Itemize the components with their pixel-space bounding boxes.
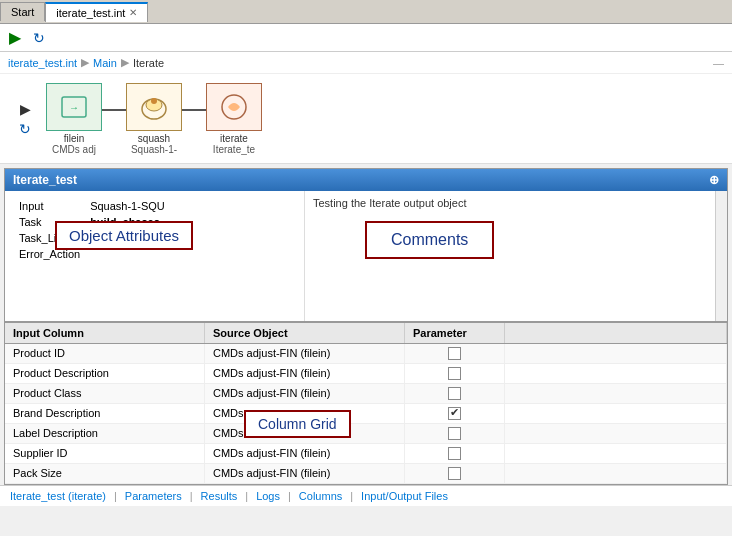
grid-cell-extra-2 [505,384,727,403]
bottom-tab-logs[interactable]: Logs [254,489,282,503]
bottom-tab-parameters[interactable]: Parameters [123,489,184,503]
filein-icon: → [58,91,90,123]
play-icon: ▶ [9,28,21,47]
grid-cell-source-6: CMDs adjust-FIN (filein) [205,464,405,483]
tab-start-label: Start [11,6,34,18]
flow-node-squash[interactable]: squash Squash-1- [126,83,182,155]
breadcrumb-root[interactable]: iterate_test.int [8,57,77,69]
breadcrumb-sep-2: ▶ [121,56,129,69]
grid-header-param: Parameter [405,323,505,343]
grid-cell-input-6: Pack Size [5,464,205,483]
flow-node-squash-box[interactable] [126,83,182,131]
grid-cell-extra-5 [505,444,727,463]
grid-cell-source-5: CMDs adjust-FIN (filein) [205,444,405,463]
flow-node-squash-title: squash Squash-1- [131,133,177,155]
side-icon-top[interactable]: ▶ [16,100,34,118]
checkbox-3[interactable] [448,407,461,420]
bottom-tab-iterate[interactable]: Iterate_test (iterate) [8,489,108,503]
grid-cell-input-0: Product ID [5,344,205,363]
tab-bar: Start iterate_test.int ✕ [0,0,732,24]
svg-text:→: → [69,102,79,113]
tab-close-icon[interactable]: ✕ [129,7,137,18]
grid-cell-param-4 [405,424,505,443]
panel-header: Iterate_test ⊕ [5,169,727,191]
table-row: Supplier ID CMDs adjust-FIN (filein) [5,444,727,464]
panel: Iterate_test ⊕ InputSquash-1-SQU Taskbui… [4,168,728,322]
grid-cell-extra-0 [505,344,727,363]
checkbox-4[interactable] [448,427,461,440]
flow-node-iterate-title: iterate Iterate_te [213,133,255,155]
breadcrumb-sep-1: ▶ [81,56,89,69]
flow-node-filein[interactable]: → filein CMDs adj [46,83,102,155]
grid-cell-extra-6 [505,464,727,483]
iterate-icon [218,91,250,123]
flow-node-iterate[interactable]: iterate Iterate_te [206,83,262,155]
grid-container: Input Column Source Object Parameter Pro… [4,322,728,485]
squash-icon [138,91,170,123]
panel-description: Testing the Iterate output object [313,197,719,209]
side-icon-bottom[interactable]: ↻ [16,120,34,138]
refresh-icon: ↻ [33,30,45,46]
breadcrumb-dash: — [713,57,724,69]
grid-cell-source-0: CMDs adjust-FIN (filein) [205,344,405,363]
checkbox-6[interactable] [448,467,461,480]
side-icons: ▶ ↻ [16,100,34,138]
tab-iterate-test-label: iterate_test.int [56,7,125,19]
flow-node-iterate-box[interactable] [206,83,262,131]
play-button[interactable]: ▶ [4,27,26,49]
bottom-tab-columns[interactable]: Columns [297,489,344,503]
grid-cell-extra-1 [505,364,727,383]
field-value-input: Squash-1-SQU [86,199,169,213]
panel-scrollbar[interactable] [715,191,727,321]
column-grid-label: Column Grid [258,416,337,432]
breadcrumb: iterate_test.int ▶ Main ▶ Iterate — [0,52,732,74]
svg-point-4 [151,98,157,104]
refresh-button[interactable]: ↻ [28,27,50,49]
column-grid-box: Column Grid [244,410,351,438]
breadcrumb-main[interactable]: Main [93,57,117,69]
checkbox-1[interactable] [448,367,461,380]
flow-arrow-2 [182,109,206,111]
grid-cell-extra-4 [505,424,727,443]
panel-title: Iterate_test [13,173,77,187]
checkbox-5[interactable] [448,447,461,460]
grid-cell-param-2 [405,384,505,403]
panel-right: Testing the Iterate output object Commen… [305,191,727,321]
flow-arrow-1 [102,109,126,111]
grid-cell-input-2: Product Class [5,384,205,403]
flow-nodes: → filein CMDs adj [46,83,262,155]
tab-start[interactable]: Start [0,2,45,21]
grid-wrapper: Input Column Source Object Parameter Pro… [4,322,728,485]
table-row: Label Description CMDs [5,424,727,444]
grid-header-input-col: Input Column [5,323,205,343]
grid-cell-extra-3 [505,404,727,423]
grid-cell-param-3 [405,404,505,423]
table-row: Pack Size CMDs adjust-FIN (filein) [5,464,727,484]
table-row: Product Class CMDs adjust-FIN (filein) [5,384,727,404]
panel-area: Iterate_test ⊕ InputSquash-1-SQU Taskbui… [4,168,728,322]
flow-area: ▶ ↻ → filein CMDs adj [0,74,732,164]
table-row: Product ID CMDs adjust-FIN (filein) [5,344,727,364]
checkbox-0[interactable] [448,347,461,360]
bottom-tab-results[interactable]: Results [199,489,240,503]
checkbox-2[interactable] [448,387,461,400]
grid-cell-input-5: Supplier ID [5,444,205,463]
grid-cell-param-0 [405,344,505,363]
tab-iterate-test[interactable]: iterate_test.int ✕ [45,2,148,22]
grid-cell-param-1 [405,364,505,383]
bottom-tab-io-files[interactable]: Input/Output Files [359,489,450,503]
comments-label: Comments [391,231,468,248]
table-row: Product Description CMDs adjust-FIN (fil… [5,364,727,384]
main-wrapper: Start iterate_test.int ✕ ▶ ↻ iterate_tes… [0,0,732,536]
panel-pin-icon[interactable]: ⊕ [709,173,719,187]
bottom-tabs: Iterate_test (iterate) | Parameters | Re… [0,485,732,506]
flow-node-filein-box[interactable]: → [46,83,102,131]
field-label-input: Input [15,199,84,213]
grid-header-source: Source Object [205,323,405,343]
grid-cell-input-3: Brand Description [5,404,205,423]
object-attributes-label: Object Attributes [69,227,179,244]
flow-node-filein-title: filein CMDs adj [52,133,96,155]
grid-cell-source-1: CMDs adjust-FIN (filein) [205,364,405,383]
table-row: Brand Description CMDs [5,404,727,424]
grid-header: Input Column Source Object Parameter [5,323,727,344]
